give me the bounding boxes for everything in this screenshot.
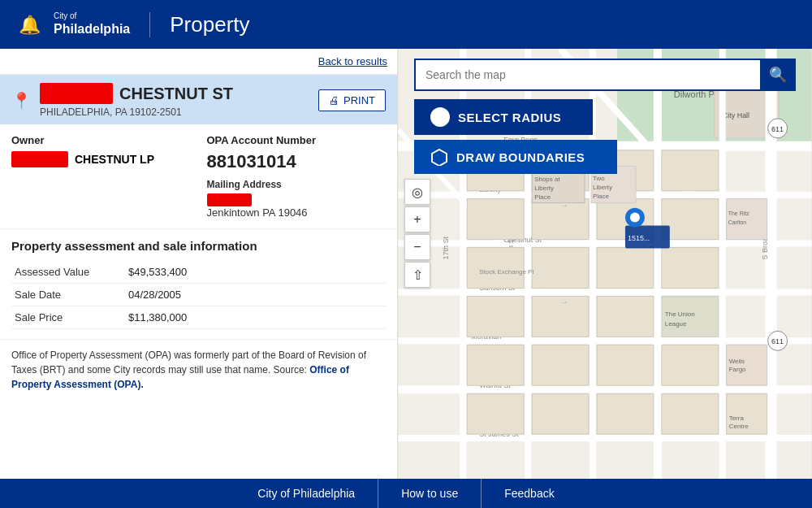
svg-text:Place: Place xyxy=(534,193,551,201)
map-search-button[interactable]: 🔍 xyxy=(760,59,796,91)
street-name: CHESTNUT ST xyxy=(119,85,233,103)
assessment-row-value: $11,380,000 xyxy=(125,306,386,329)
map-search-bar: 🔍 xyxy=(414,59,796,91)
svg-text:Fargo: Fargo xyxy=(729,366,746,373)
svg-rect-53 xyxy=(597,345,654,385)
table-row: Assessed Value$49,533,400 xyxy=(11,261,386,284)
svg-point-79 xyxy=(630,213,640,223)
map-search-input[interactable] xyxy=(414,59,760,91)
print-button[interactable]: 🖨 PRINT xyxy=(318,89,386,111)
svg-text:League: League xyxy=(665,320,687,328)
owner-label: Owner xyxy=(11,134,191,146)
svg-text:Liberty: Liberty xyxy=(593,184,612,191)
svg-text:611: 611 xyxy=(771,125,784,133)
svg-rect-44 xyxy=(662,248,719,289)
location-icon: 📍 xyxy=(11,91,32,111)
svg-text:Liberty: Liberty xyxy=(534,185,554,192)
assessment-title: Property assessment and sale information xyxy=(11,239,386,253)
svg-rect-40 xyxy=(662,199,719,240)
property-header: 📍 CHESTNUT ST PHILADELPHIA, PA 19102-250… xyxy=(0,75,397,124)
logo: 🔔 City of Philadelphia xyxy=(13,8,130,41)
select-radius-button[interactable]: SELECT RADIUS xyxy=(414,99,593,135)
locate-icon: ◎ xyxy=(412,185,423,200)
svg-rect-42 xyxy=(532,248,589,289)
svg-text:Carlton: Carlton xyxy=(728,219,747,225)
radius-circle-icon xyxy=(430,107,450,127)
assessment-row-label: Sale Date xyxy=(11,284,125,306)
back-to-results-link[interactable]: Back to results xyxy=(0,49,397,75)
svg-rect-54 xyxy=(662,345,719,385)
footer-how-to-link[interactable]: How to use xyxy=(378,479,482,508)
svg-rect-58 xyxy=(467,393,524,434)
opa-number: 881031014 xyxy=(207,151,387,172)
svg-rect-60 xyxy=(597,393,654,434)
svg-rect-52 xyxy=(532,345,589,385)
owner-name: CHESTNUT LP xyxy=(11,151,191,167)
svg-rect-38 xyxy=(662,150,719,191)
print-icon: 🖨 xyxy=(329,94,339,106)
svg-rect-61 xyxy=(662,393,719,434)
draw-label: DRAW BOUNDARIES xyxy=(456,150,585,164)
app-footer: City of Philadelphia How to use Feedback xyxy=(0,479,812,508)
city-name-block: City of Philadelphia xyxy=(54,11,130,38)
property-street: CHESTNUT ST xyxy=(40,83,310,104)
opa-label: OPA Account Number xyxy=(207,134,387,146)
property-city-state-zip: PHILADELPHIA, PA 19102-2501 xyxy=(40,106,310,118)
property-address-block: CHESTNUT ST PHILADELPHIA, PA 19102-2501 xyxy=(40,83,310,118)
owner-col: Owner CHESTNUT LP xyxy=(11,134,191,219)
svg-text:1515...: 1515... xyxy=(628,234,650,242)
map-panel: Dilworth Park City Hall Four P xyxy=(398,49,812,479)
svg-text:611: 611 xyxy=(771,337,784,345)
svg-text:Wells: Wells xyxy=(729,358,745,365)
city-line2: Philadelphia xyxy=(54,21,130,38)
compass-icon: ⇧ xyxy=(412,267,423,283)
hexagon-icon xyxy=(430,148,448,166)
assessment-row-value: 04/28/2005 xyxy=(125,284,386,306)
svg-rect-47 xyxy=(597,296,654,336)
svg-rect-45 xyxy=(467,296,524,336)
map-controls: ◎ + − ⇧ xyxy=(404,179,430,288)
svg-text:→: → xyxy=(560,201,568,210)
svg-text:The Ritz: The Ritz xyxy=(728,211,749,216)
city-line1: City of xyxy=(54,11,130,21)
footer-feedback-link[interactable]: Feedback xyxy=(482,479,577,508)
street-number-redacted xyxy=(40,83,113,104)
mailing-address-redacted xyxy=(207,193,252,206)
radius-label: SELECT RADIUS xyxy=(458,111,561,124)
svg-text:The Union: The Union xyxy=(665,310,695,318)
svg-rect-59 xyxy=(532,393,589,434)
svg-text:Terra: Terra xyxy=(729,415,745,422)
svg-rect-35 xyxy=(467,199,524,240)
footer-city-link[interactable]: City of Philadelphia xyxy=(235,479,378,508)
compass-button[interactable]: ⇧ xyxy=(404,262,430,288)
owner-name-redacted xyxy=(11,151,68,167)
table-row: Sale Date04/28/2005 xyxy=(11,284,386,306)
assessment-table: Assessed Value$49,533,400Sale Date04/28/… xyxy=(11,261,386,329)
owner-name-text: CHESTNUT LP xyxy=(75,153,154,166)
assessment-row-label: Sale Price xyxy=(11,306,125,329)
owner-opa-section: Owner CHESTNUT LP OPA Account Number 881… xyxy=(0,124,397,229)
svg-rect-41 xyxy=(467,248,524,289)
minus-icon: − xyxy=(413,240,421,254)
zoom-out-button[interactable]: − xyxy=(404,234,430,260)
mailing-city-state: Jenkintown PA 19046 xyxy=(207,206,387,219)
locate-me-button[interactable]: ◎ xyxy=(404,179,430,205)
svg-text:🔔: 🔔 xyxy=(19,14,41,36)
svg-text:Centre: Centre xyxy=(729,423,749,430)
assessment-row-value: $49,533,400 xyxy=(125,261,386,284)
svg-text:Place: Place xyxy=(593,193,610,200)
search-icon: 🔍 xyxy=(769,66,787,84)
svg-text:Shops at: Shops at xyxy=(534,176,560,183)
assessment-row-label: Assessed Value xyxy=(11,261,125,284)
svg-text:Two: Two xyxy=(593,175,605,182)
svg-rect-51 xyxy=(467,345,524,385)
draw-boundaries-button[interactable]: DRAW BOUNDARIES xyxy=(414,140,617,174)
svg-rect-43 xyxy=(597,248,654,289)
assessment-section: Property assessment and sale information… xyxy=(0,229,397,339)
city-logo-icon: 🔔 xyxy=(13,8,45,41)
svg-text:17th St: 17th St xyxy=(442,237,450,260)
svg-text:Stock Exchange Pl: Stock Exchange Pl xyxy=(479,268,533,276)
zoom-in-button[interactable]: + xyxy=(404,206,430,232)
app-header: 🔔 City of Philadelphia Property xyxy=(0,0,812,49)
main-container: Back to results 📍 CHESTNUT ST PHILADELPH… xyxy=(0,49,812,479)
